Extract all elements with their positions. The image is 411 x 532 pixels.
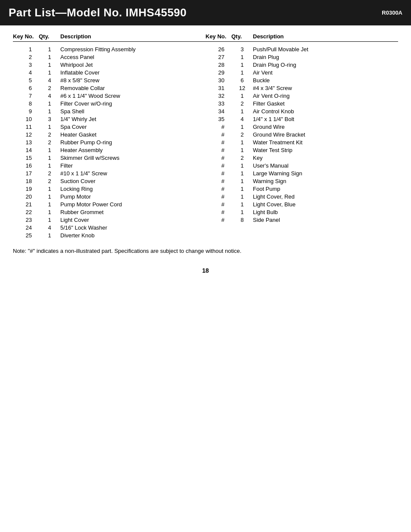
table-row: # 2 Key xyxy=(206,154,398,162)
table-row: 10 3 1/4" Whirly Jet xyxy=(13,115,206,123)
part-keyno: 12 xyxy=(13,131,39,138)
part-keyno: 27 xyxy=(206,54,231,60)
part-desc: #10 x 1 1/4" Screw xyxy=(60,170,206,177)
page-number: 18 xyxy=(0,267,411,274)
table-row: # 1 Large Warning Sign xyxy=(206,169,398,177)
part-keyno: 35 xyxy=(206,116,231,122)
part-qty: 2 xyxy=(39,85,60,91)
part-desc: Heater Gasket xyxy=(60,131,206,138)
part-qty: 2 xyxy=(39,139,60,146)
part-desc: Drain Plug O-ring xyxy=(253,62,398,68)
part-qty: 2 xyxy=(231,100,253,107)
table-row: # 1 Water Test Strip xyxy=(206,146,398,154)
part-keyno: # xyxy=(206,217,231,223)
col-header-desc-left: Description xyxy=(60,33,206,40)
part-keyno: # xyxy=(206,131,231,138)
part-qty: 1 xyxy=(39,217,60,223)
part-qty: 1 xyxy=(39,46,60,53)
part-desc: Filter xyxy=(60,162,206,169)
part-keyno: 34 xyxy=(206,108,231,115)
table-row: 15 1 Skimmer Grill w/Screws xyxy=(13,154,206,162)
part-qty: 1 xyxy=(39,209,60,215)
part-keyno: # xyxy=(206,201,231,208)
part-desc: Ground Wire xyxy=(253,124,398,130)
table-row: 33 2 Filter Gasket xyxy=(206,100,398,107)
part-keyno: 31 xyxy=(206,85,231,91)
part-keyno: 17 xyxy=(13,170,39,177)
col-header-qty-right: Qty. xyxy=(231,33,253,40)
part-keyno: 6 xyxy=(13,85,39,91)
part-keyno: 7 xyxy=(13,93,39,99)
table-row: 17 2 #10 x 1 1/4" Screw xyxy=(13,169,206,177)
part-desc: Large Warning Sign xyxy=(253,170,398,177)
part-keyno: 29 xyxy=(206,69,231,76)
part-keyno: 33 xyxy=(206,100,231,107)
table-row: 6 2 Removable Collar xyxy=(13,84,206,92)
part-keyno: 4 xyxy=(13,69,39,76)
right-parts-column: 26 3 Push/Pull Movable Jet 27 1 Drain Pl… xyxy=(206,45,398,239)
part-desc: Air Vent xyxy=(253,69,398,76)
left-parts-column: 1 1 Compression Fitting Assembly 2 1 Acc… xyxy=(13,45,206,239)
part-keyno: 25 xyxy=(13,232,39,239)
part-keyno: 32 xyxy=(206,93,231,99)
table-row: # 1 Water Treatment Kit xyxy=(206,138,398,146)
table-row: 28 1 Drain Plug O-ring xyxy=(206,61,398,68)
part-qty: 1 xyxy=(231,170,253,177)
table-row: # 8 Side Panel xyxy=(206,216,398,224)
table-row: 25 1 Diverter Knob xyxy=(13,231,206,239)
part-qty: 4 xyxy=(39,77,60,84)
table-row: # 2 Ground Wire Bracket xyxy=(206,131,398,138)
part-qty: 1 xyxy=(231,69,253,76)
part-keyno: # xyxy=(206,186,231,192)
part-keyno: 21 xyxy=(13,201,39,208)
part-qty: 1 xyxy=(231,54,253,60)
part-desc: Key xyxy=(253,155,398,161)
table-row: 31 12 #4 x 3/4" Screw xyxy=(206,84,398,92)
table-row: # 1 Warning Sign xyxy=(206,177,398,185)
part-desc: Spa Cover xyxy=(60,124,206,130)
part-keyno: # xyxy=(206,193,231,200)
part-qty: 1 xyxy=(39,54,60,60)
part-keyno: 20 xyxy=(13,193,39,200)
table-row: 7 4 #6 x 1 1/4" Wood Screw xyxy=(13,92,206,100)
part-desc: #4 x 3/4" Screw xyxy=(253,85,398,91)
part-keyno: 18 xyxy=(13,178,39,184)
part-desc: Access Panel xyxy=(60,54,206,60)
part-keyno: # xyxy=(206,155,231,161)
part-qty: 2 xyxy=(39,178,60,184)
part-qty: 1 xyxy=(231,178,253,184)
header-code: R0300A xyxy=(382,9,402,16)
part-keyno: 11 xyxy=(13,124,39,130)
part-qty: 3 xyxy=(39,116,60,122)
part-qty: 2 xyxy=(39,131,60,138)
part-qty: 1 xyxy=(39,124,60,130)
part-keyno: # xyxy=(206,124,231,130)
part-desc: Removable Collar xyxy=(60,85,206,91)
part-keyno: 28 xyxy=(206,62,231,68)
part-keyno: 30 xyxy=(206,77,231,84)
table-row: 13 2 Rubber Pump O-ring xyxy=(13,138,206,146)
part-desc: #6 x 1 1/4" Wood Screw xyxy=(60,93,206,99)
table-row: # 1 Foot Pump xyxy=(206,185,398,193)
part-keyno: 13 xyxy=(13,139,39,146)
part-desc: Water Test Strip xyxy=(253,147,398,153)
table-row: 21 1 Pump Motor Power Cord xyxy=(13,200,206,208)
part-qty: 3 xyxy=(231,46,253,53)
part-desc: Warning Sign xyxy=(253,178,398,184)
part-qty: 8 xyxy=(231,217,253,223)
part-keyno: 23 xyxy=(13,217,39,223)
table-row: 14 1 Heater Assembly xyxy=(13,146,206,154)
part-desc: Diverter Knob xyxy=(60,232,206,239)
part-qty: 4 xyxy=(39,93,60,99)
part-keyno: 26 xyxy=(206,46,231,53)
note-text: Note: "#" indicates a non-illustrated pa… xyxy=(13,248,398,254)
part-qty: 1 xyxy=(231,186,253,192)
part-qty: 1 xyxy=(39,69,60,76)
table-row: 27 1 Drain Plug xyxy=(206,53,398,61)
part-qty: 2 xyxy=(231,131,253,138)
part-keyno: 24 xyxy=(13,224,39,231)
part-qty: 1 xyxy=(231,124,253,130)
part-qty: 1 xyxy=(39,232,60,239)
part-keyno: # xyxy=(206,139,231,146)
part-qty: 6 xyxy=(231,77,253,84)
